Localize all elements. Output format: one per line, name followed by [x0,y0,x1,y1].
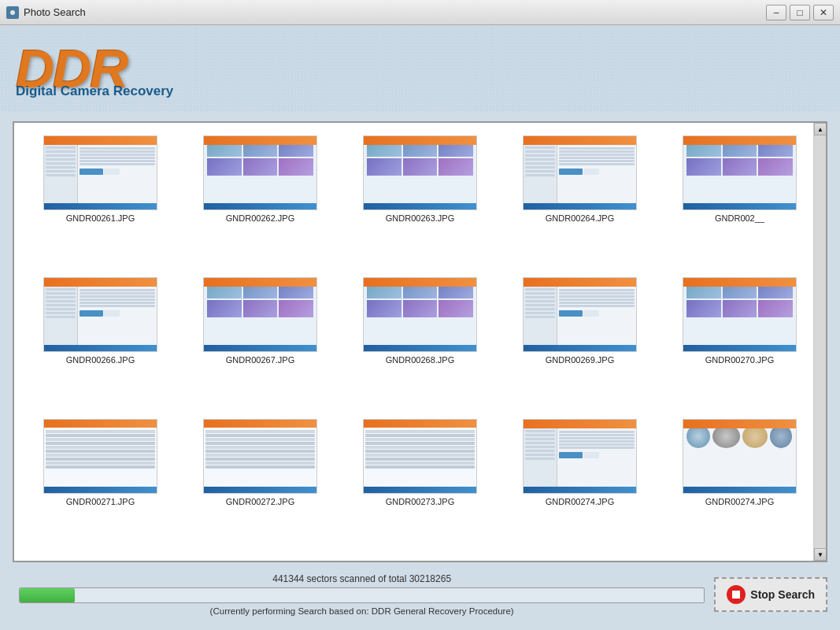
svg-point-1 [10,10,15,15]
close-button[interactable]: ✕ [813,5,834,20]
thumbnail-label: GNDR002__ [715,213,764,223]
scroll-up-button[interactable]: ▲ [814,123,827,135]
thumbnail-image [43,277,157,352]
thumbnail-image [363,277,477,352]
thumbnail-image [683,419,797,494]
thumbnail-label: GNDR00273.JPG [386,497,454,506]
thumbnail-label: GNDR00269.JPG [546,355,614,365]
stop-search-button[interactable]: Stop Search [714,577,827,612]
thumbnail-panel: GNDR00261.JPG GNDR00262.JPG GNDR [13,121,827,562]
app-icon [6,6,19,19]
thumbnail-item[interactable]: GNDR00274.JPG [500,413,660,554]
thumbnail-label: GNDR00270.JPG [705,355,774,365]
progress-fill [20,588,75,602]
thumbnail-label: GNDR00266.JPG [66,355,135,365]
thumbnail-label: GNDR00272.JPG [226,497,294,506]
thumbnail-image [203,419,317,494]
thumbnail-image [523,135,637,210]
thumbnail-item[interactable]: GNDR00262.JPG [180,129,340,271]
thumbnail-image [43,419,157,494]
thumbnail-label: GNDR00263.JPG [386,213,454,223]
stop-icon [727,585,746,604]
thumbnail-item[interactable]: GNDR00269.JPG [500,271,660,413]
thumbnail-item[interactable]: GNDR00263.JPG [340,129,500,271]
thumbnail-item[interactable]: GNDR00268.JPG [340,271,500,413]
app-subtitle: Digital Camera Recovery [16,83,173,99]
thumbnail-image [683,277,797,352]
thumbnail-label: GNDR00274.JPG [546,497,614,506]
thumbnail-item[interactable]: GNDR00261.JPG [20,129,180,271]
thumbnail-image [363,135,477,210]
title-bar: Photo Search – □ ✕ [0,0,840,25]
thumbnail-item[interactable]: GNDR00274.JPG [660,413,820,554]
scroll-down-button[interactable]: ▼ [814,548,827,561]
thumbnail-label: GNDR00262.JPG [226,213,294,223]
stop-square [732,591,740,598]
thumbnail-label: GNDR00268.JPG [386,355,454,365]
thumbnail-item[interactable]: GNDR00270.JPG [660,271,820,413]
thumbnail-image [683,135,797,210]
thumbnail-label: GNDR00264.JPG [546,213,614,223]
thumbnail-image [363,419,477,494]
thumbnail-item[interactable]: GNDR002__ [660,129,820,271]
thumbnail-item[interactable]: GNDR00272.JPG [180,413,340,554]
procedure-text: (Currently performing Search based on: D… [19,606,705,616]
main-content: GNDR00261.JPG GNDR00262.JPG GNDR [0,112,840,630]
thumbnail-item[interactable]: GNDR00273.JPG [340,413,500,554]
thumbnail-label: GNDR00274.JPG [705,497,774,506]
window-title: Photo Search [24,6,86,18]
scrollbar-track[interactable] [814,135,826,548]
thumbnail-item[interactable]: GNDR00266.JPG [20,271,180,413]
thumbnail-label: GNDR00267.JPG [226,355,294,365]
progress-info-text: 441344 sectors scanned of total 30218265 [19,573,705,584]
thumbnail-item[interactable]: GNDR00271.JPG [20,413,180,554]
thumbnail-image [43,135,157,210]
scrollbar[interactable]: ▲ ▼ [813,123,826,561]
thumbnail-item[interactable]: GNDR00264.JPG [500,129,660,271]
thumbnail-label: GNDR00271.JPG [66,497,135,506]
maximize-button[interactable]: □ [790,5,810,20]
minimize-button[interactable]: – [766,5,786,20]
thumbnail-image [523,277,637,352]
header-area: DDR Digital Camera Recovery [0,25,840,112]
thumbnail-grid: GNDR00261.JPG GNDR00262.JPG GNDR [14,123,826,561]
title-bar-left: Photo Search [6,6,86,19]
thumbnail-item[interactable]: GNDR00267.JPG [180,271,340,413]
thumbnail-image [203,135,317,210]
title-bar-controls: – □ ✕ [766,5,834,20]
progress-area: 441344 sectors scanned of total 30218265… [13,569,827,621]
thumbnail-label: GNDR00261.JPG [66,213,135,223]
thumbnail-image [523,419,637,494]
progress-bar [19,587,705,603]
thumbnail-image [203,277,317,352]
stop-search-label: Stop Search [750,588,815,601]
